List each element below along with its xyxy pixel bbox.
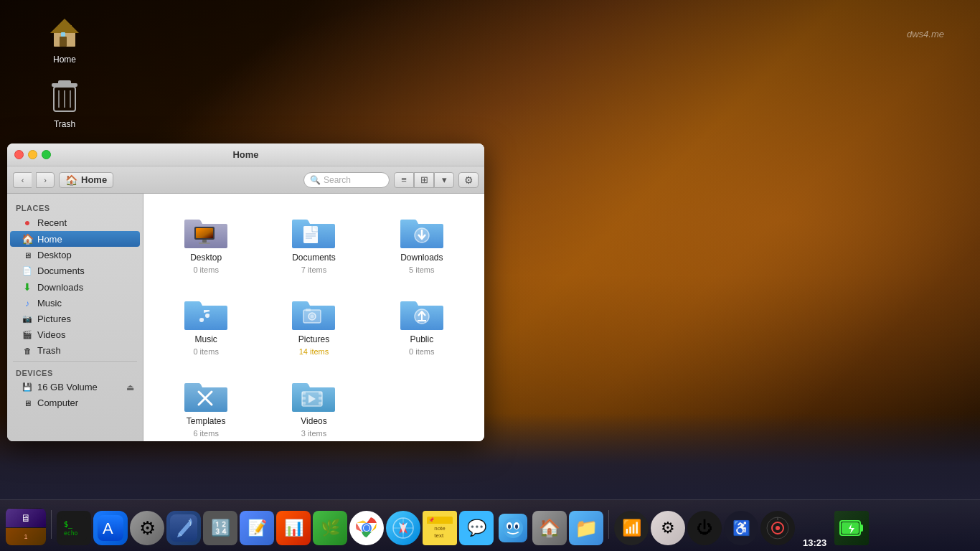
- dock-item-battery[interactable]: [834, 511, 869, 545]
- file-item-desktop[interactable]: Desktop 0 items: [155, 205, 257, 281]
- sidebar-label-pictures: Pictures: [37, 314, 71, 324]
- home-icon: [46, 14, 83, 52]
- svg-point-58: [508, 524, 511, 529]
- close-button[interactable]: [14, 150, 24, 159]
- documents-folder-icon: [291, 212, 336, 250]
- back-button[interactable]: ‹: [13, 172, 32, 188]
- dock-item-audio[interactable]: [760, 511, 795, 545]
- maximize-button[interactable]: [42, 150, 51, 159]
- file-item-videos[interactable]: Videos 3 items: [263, 369, 364, 441]
- file-count-templates: 6 items: [193, 429, 218, 438]
- dock-item-stickies[interactable]: 📌 notetext: [423, 511, 457, 545]
- svg-rect-4: [68, 25, 72, 32]
- videos-folder-icon: [291, 376, 336, 413]
- file-count-pictures: 14 items: [299, 347, 329, 356]
- battery-icon-svg: [839, 515, 864, 541]
- action-button[interactable]: ⚙: [458, 172, 479, 188]
- svg-rect-3: [61, 32, 65, 37]
- desktop-folder-svg: [183, 212, 229, 250]
- dock-item-folder2[interactable]: 📁: [569, 511, 603, 545]
- sidebar-item-trash[interactable]: 🗑 Trash: [10, 343, 140, 358]
- file-count-documents: 7 items: [301, 265, 326, 274]
- forward-button[interactable]: ›: [36, 172, 55, 188]
- eject-icon[interactable]: ⏏: [126, 382, 134, 392]
- file-item-templates[interactable]: Templates 6 items: [155, 369, 257, 441]
- file-item-public[interactable]: Public 0 items: [371, 287, 473, 363]
- dock-item-home2[interactable]: 🏠: [532, 511, 567, 545]
- videos-sidebar-icon: 🎬: [22, 330, 33, 339]
- desktop-icon-home[interactable]: Home: [36, 14, 93, 65]
- search-box[interactable]: 🔍 Search: [303, 172, 390, 188]
- dock-separator-2: [608, 510, 609, 539]
- videos-folder-svg: [291, 376, 336, 413]
- sidebar-item-music[interactable]: ♪ Music: [10, 296, 140, 311]
- sidebar-label-documents: Documents: [37, 265, 85, 276]
- dock-item-writer[interactable]: 📝: [240, 511, 274, 545]
- sidebar-item-downloads[interactable]: ⬇ Downloads: [10, 279, 140, 295]
- music-sidebar-icon: ♪: [22, 298, 33, 309]
- file-name-desktop: Desktop: [190, 253, 222, 263]
- svg-rect-14: [199, 242, 210, 244]
- sidebar-item-recent[interactable]: ● Recent: [10, 215, 140, 230]
- window-title: Home: [232, 149, 258, 160]
- svg-point-48: [364, 525, 369, 531]
- file-item-documents[interactable]: Documents 7 items: [263, 205, 364, 281]
- sidebar-label-videos: Videos: [37, 329, 66, 340]
- sidebar: Places ● Recent 🏠 Home 🖥 Desktop 📄 Docum…: [7, 194, 143, 441]
- audio-icon-svg: [766, 517, 789, 540]
- computer-sidebar-icon: 🖥: [22, 399, 33, 408]
- pictures-sidebar-icon: 📷: [22, 314, 33, 324]
- dock-item-workspace[interactable]: 🖥 1: [6, 508, 46, 545]
- dock-separator-1: [51, 510, 52, 539]
- pictures-folder-icon: [291, 294, 336, 331]
- trash-sidebar-icon: 🗑: [22, 347, 33, 355]
- minimize-button[interactable]: [28, 150, 37, 159]
- file-item-downloads[interactable]: Downloads 5 items: [371, 205, 473, 281]
- dock-item-sysmonitor[interactable]: ⚙: [651, 511, 685, 545]
- dock-item-accessibility[interactable]: ♿: [724, 511, 758, 545]
- dock-item-impress[interactable]: 📊: [276, 511, 311, 545]
- downloads-folder-svg: [399, 212, 445, 250]
- svg-rect-36: [319, 402, 322, 405]
- coverflow-button[interactable]: ▾: [434, 172, 454, 188]
- svg-rect-38: [61, 515, 87, 541]
- dock-item-photos[interactable]: 🌿: [313, 511, 347, 545]
- desktop-icon-trash[interactable]: Trash: [36, 79, 93, 129]
- quill-icon-svg: [170, 514, 197, 542]
- grid-view-button[interactable]: ⊞: [414, 172, 434, 188]
- sidebar-item-home[interactable]: 🏠 Home: [10, 231, 140, 247]
- dock-item-syspref[interactable]: ⚙: [130, 511, 164, 545]
- file-name-videos: Videos: [301, 416, 326, 426]
- location-button[interactable]: 🏠 Home: [59, 172, 113, 188]
- dock-item-quill[interactable]: [166, 511, 201, 545]
- pictures-folder-svg: [291, 294, 336, 331]
- sidebar-item-videos[interactable]: 🎬 Videos: [10, 327, 140, 342]
- sidebar-item-pictures[interactable]: 📷 Pictures: [10, 311, 140, 326]
- file-item-pictures[interactable]: Pictures 14 items: [263, 287, 364, 363]
- downloads-folder-icon: [399, 212, 445, 250]
- file-item-music[interactable]: Music 0 items: [155, 287, 257, 363]
- sidebar-item-desktop[interactable]: 🖥 Desktop: [10, 248, 140, 263]
- dock-item-notes[interactable]: 💬: [459, 511, 494, 545]
- dock-item-terminal[interactable]: $_ echo: [57, 511, 91, 545]
- sidebar-item-documents[interactable]: 📄 Documents: [10, 263, 140, 278]
- dock-item-safari[interactable]: [386, 511, 420, 545]
- dock-item-appstore[interactable]: A: [93, 511, 128, 545]
- dock-item-finder2[interactable]: [496, 511, 530, 545]
- search-placeholder: Search: [324, 175, 351, 185]
- devices-section-title: Devices: [7, 364, 143, 379]
- toolbar: ‹ › 🏠 Home 🔍 Search ≡ ⊞ ▾ ⚙: [7, 166, 484, 194]
- svg-rect-13: [202, 240, 207, 242]
- dock-item-chrome[interactable]: [349, 511, 384, 545]
- dock-item-power[interactable]: ⏻: [687, 511, 722, 545]
- sidebar-item-volume[interactable]: 💾 16 GB Volume ⏏: [10, 380, 140, 395]
- dock-item-wifi[interactable]: 📶: [614, 511, 649, 545]
- list-view-button[interactable]: ≡: [394, 172, 414, 188]
- svg-rect-33: [302, 402, 306, 405]
- sidebar-item-computer[interactable]: 🖥 Computer: [10, 395, 140, 410]
- dock-items-list: 🖥 1 $_ echo A ⚙: [0, 500, 875, 548]
- home-icon-label: Home: [53, 55, 76, 65]
- dock-item-calc[interactable]: 🔢: [203, 511, 237, 545]
- svg-rect-24: [306, 309, 311, 311]
- svg-rect-34: [319, 392, 322, 395]
